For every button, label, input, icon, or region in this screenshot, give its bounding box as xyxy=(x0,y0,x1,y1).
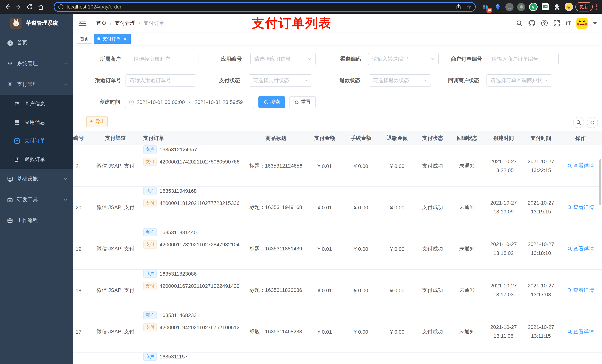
filter-input-商户订单编号[interactable]: 请输入商户订单编号 xyxy=(488,53,559,65)
sidebar-subitem-商户信息[interactable]: 商户信息 xyxy=(0,95,73,113)
create-date: 2021-10-27 xyxy=(490,283,517,289)
view-detail-link[interactable]: 查看详情 xyxy=(567,328,594,335)
search-button[interactable]: 搜索 xyxy=(258,96,285,108)
filter-input-所属商户[interactable]: 请选择所属商户 xyxy=(129,53,198,65)
filter-select-渠道编码[interactable]: 请输入渠道编码 xyxy=(368,53,439,65)
filter-label-渠道编码: 渠道编码 xyxy=(328,53,361,65)
tab-首页[interactable]: 首页 xyxy=(77,34,92,43)
pay-submenu: 商户信息应用信息¥支付订单退款订单 xyxy=(0,95,73,169)
magnifier-icon xyxy=(567,288,572,293)
cell-create-time: 2021-10-2713:18:02 xyxy=(484,228,523,269)
sidebar-subitem-应用信息[interactable]: 应用信息 xyxy=(0,113,73,132)
user-avatar[interactable] xyxy=(576,18,588,29)
help-icon[interactable] xyxy=(541,20,548,27)
cell-id: 19 xyxy=(73,228,91,269)
browser-back-icon[interactable] xyxy=(2,1,13,12)
pay-clock: 13:17:08 xyxy=(531,291,551,298)
merchant-order-line: 商户1635311949168 xyxy=(143,187,197,195)
extension-chat-icon[interactable] xyxy=(540,2,550,12)
cell-pay-time: 2021-10-2713:18:10 xyxy=(523,228,559,269)
cell-actions: 查看详情 xyxy=(559,270,602,311)
extension-command-icon[interactable]: ⌘ xyxy=(505,2,514,12)
cell-fee: ¥ 0.00 xyxy=(343,311,379,352)
tab-支付订单[interactable]: 支付订单 xyxy=(94,34,131,43)
cell-pay-status xyxy=(415,353,450,364)
fullscreen-icon[interactable] xyxy=(553,20,560,26)
sidebar-item-基础设施[interactable]: 基础设施 xyxy=(0,169,73,189)
breadcrumb-pay-manage[interactable]: 支付管理 xyxy=(115,20,136,26)
pay-clock: 13:11:15 xyxy=(531,333,551,339)
extension-tag-manager-icon[interactable]: 10 xyxy=(481,2,491,12)
merchant-tag: 商户 xyxy=(143,311,157,319)
refresh-table-button[interactable] xyxy=(587,117,598,128)
create-date: 2021-10-27 xyxy=(490,241,517,248)
view-detail-link[interactable]: 查看详情 xyxy=(567,204,594,211)
header-search-icon[interactable] xyxy=(516,20,523,26)
view-detail-link[interactable]: 查看详情 xyxy=(567,287,594,293)
cell-notify-status: 未通知 xyxy=(450,270,484,311)
sidebar-item-系统管理[interactable]: ⚙系统管理 xyxy=(0,53,73,74)
sidebar-subitem-支付订单[interactable]: ¥支付订单 xyxy=(0,132,73,150)
extension-kite-icon[interactable] xyxy=(493,2,502,12)
sidebar-subitem-退款订单[interactable]: 退款订单 xyxy=(0,150,73,169)
extensions-puzzle-icon[interactable] xyxy=(552,2,562,12)
browser-extensions-area: 10 ⌘ y 更 xyxy=(480,0,599,14)
annotation-title: 支付订单列表 xyxy=(252,15,332,32)
export-button[interactable]: 导出 xyxy=(86,116,108,127)
filter-input-渠道订单号[interactable]: 请输入渠道订单号 xyxy=(126,74,196,87)
search-button-icon xyxy=(263,100,268,104)
cell-create-time: 2021-10-2713:11:08 xyxy=(484,311,523,352)
filter-select-应用编号[interactable]: 请选择应用信息 xyxy=(250,53,316,65)
address-bar[interactable]: localhost:1024/pay/order ☆ xyxy=(54,2,476,12)
create-time-range-picker[interactable]: 2021-10-01 00:00:00 - 2021-10-31 23:59:5… xyxy=(125,96,254,108)
sidebar-subitem-label: 支付订单 xyxy=(24,138,45,144)
extension-recorder-icon[interactable] xyxy=(516,2,526,12)
browser-menu-icon[interactable] xyxy=(596,4,597,10)
filter-select-退款状态[interactable]: 请选择退款状态 xyxy=(369,74,431,87)
browser-forward-icon[interactable] xyxy=(13,1,24,12)
orders-table: 编号支付渠道支付订单商品标题支付金额手续金额退款金额支付状态回调状态创建时间支付… xyxy=(73,131,602,364)
chevron-up-icon xyxy=(63,82,68,87)
merchant-order-no: 1635311157 xyxy=(160,354,188,360)
merchant-order-line: 商户1635311157 xyxy=(143,353,188,361)
filter-select-支付状态[interactable]: 请选择支付状态 xyxy=(249,74,312,87)
pay-clock: 13:22:15 xyxy=(531,167,551,174)
pay-order-line: 支付4200001174202110278060590766 xyxy=(143,157,239,166)
browser-home-icon[interactable] xyxy=(35,1,46,12)
browser-update-button[interactable]: 更新 xyxy=(575,2,593,11)
filter-select-回调商户状态[interactable]: 请选择订单回调商户状态 xyxy=(486,74,552,87)
merchant-order-no: 1635311823086 xyxy=(160,271,197,277)
page-scrollbar-thumb[interactable] xyxy=(599,159,601,205)
share-icon[interactable] xyxy=(456,4,461,10)
extension-y-icon[interactable]: y xyxy=(528,2,538,12)
view-detail-link[interactable]: 查看详情 xyxy=(567,245,594,252)
tab-label: 支付订单 xyxy=(103,34,120,43)
cell-title: 标题：1635312124656 xyxy=(245,145,307,187)
github-icon[interactable] xyxy=(528,20,535,27)
sidebar-item-工作流程[interactable]: 工作流程 xyxy=(0,210,73,231)
profile-avatar-icon[interactable] xyxy=(564,2,573,12)
bookmark-star-icon[interactable]: ☆ xyxy=(466,4,471,10)
sidebar-item-首页[interactable]: 首页 xyxy=(0,32,73,53)
browser-reload-icon[interactable] xyxy=(24,1,35,12)
cell-pay-status: 支付成功 xyxy=(415,228,450,269)
close-tab-icon[interactable] xyxy=(123,36,127,41)
sidebar-item-研发工具[interactable]: 研发工具 xyxy=(0,189,73,210)
sidebar-collapse-icon[interactable] xyxy=(79,20,86,26)
sidebar: 芋道管理系统 首页⚙系统管理¥支付管理商户信息应用信息¥支付订单退款订单基础设施… xyxy=(0,14,73,364)
cell-channel: 微信 JSAPI 支付 xyxy=(91,187,140,228)
merchant-tag: 商户 xyxy=(143,228,157,236)
avatar-dropdown-icon[interactable] xyxy=(593,22,597,24)
content: 所属商户请选择所属商户应用编号请选择应用信息渠道编码请输入渠道编码商户订单编号请… xyxy=(73,45,602,364)
view-detail-link[interactable]: 查看详情 xyxy=(567,163,594,169)
reset-button[interactable]: 重置 xyxy=(289,96,316,108)
breadcrumb-home[interactable]: 首页 xyxy=(96,20,107,26)
column-header-回调状态: 回调状态 xyxy=(450,131,484,145)
app-logo[interactable]: 芋道管理系统 xyxy=(0,14,73,32)
cell-actions: 查看详情 xyxy=(559,145,602,187)
site-info-icon[interactable] xyxy=(58,4,64,10)
font-size-icon[interactable]: tT xyxy=(566,20,571,26)
placeholder-text: 请输入渠道订单号 xyxy=(129,77,192,84)
sidebar-item-支付管理[interactable]: ¥支付管理 xyxy=(0,74,73,95)
show-search-toggle-button[interactable] xyxy=(573,117,584,128)
